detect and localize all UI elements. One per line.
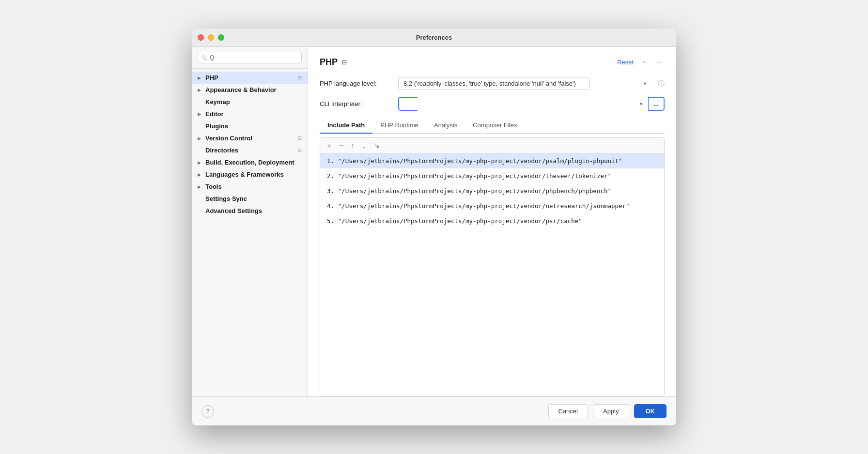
help-icon[interactable]: ⓘ <box>658 79 665 88</box>
sidebar-item-tools[interactable]: ▶ Tools <box>192 181 308 193</box>
title-icon: ⊟ <box>341 59 347 66</box>
sidebar-item-label: Settings Sync <box>205 195 247 202</box>
sidebar-item-label: Build, Execution, Deployment <box>205 159 294 166</box>
sort-button[interactable]: ↓a <box>372 141 381 150</box>
sidebar-item-directories[interactable]: Directories ⊟ <box>192 144 308 156</box>
main-header-actions: Reset ← → <box>617 57 665 67</box>
path-toolbar: + − ↑ ↓ ↓a <box>320 138 664 153</box>
arrow-icon: ▶ <box>198 88 202 92</box>
monitor-icon: ⊟ <box>297 135 302 141</box>
help-button[interactable]: ? <box>202 405 214 418</box>
sidebar-item-build[interactable]: ▶ Build, Execution, Deployment <box>192 156 308 168</box>
tab-composer-files[interactable]: Composer Files <box>465 118 525 134</box>
sidebar-item-appearance[interactable]: ▶ Appearance & Behavior <box>192 84 308 96</box>
nav-arrows: ← → <box>639 57 665 67</box>
tab-include-path[interactable]: Include Path <box>320 118 372 134</box>
window-title: Preferences <box>416 34 452 41</box>
sidebar-item-editor[interactable]: ▶ Editor <box>192 108 308 120</box>
reset-button[interactable]: Reset <box>617 59 634 66</box>
add-path-button[interactable]: + <box>325 141 333 150</box>
titlebar: Preferences <box>192 29 676 47</box>
apply-button[interactable]: Apply <box>593 404 629 418</box>
remove-path-button[interactable]: − <box>337 141 345 150</box>
main-title: PHP ⊟ <box>320 57 347 67</box>
arrow-icon: ▶ <box>198 112 202 117</box>
cli-select-wrapper <box>398 97 648 111</box>
path-item[interactable]: 3. "/Users/jetbrains/PhpstormProjects/my… <box>320 183 664 198</box>
sidebar-item-label: Advanced Settings <box>205 207 262 214</box>
cancel-button[interactable]: Cancel <box>548 404 588 418</box>
main-panel: PHP ⊟ Reset ← → PHP language level: 8.2 … <box>308 47 676 396</box>
cli-browse-button[interactable]: ... <box>648 97 665 111</box>
maximize-button[interactable] <box>218 34 224 41</box>
sidebar-item-languages[interactable]: ▶ Languages & Frameworks <box>192 168 308 181</box>
sidebar-item-label: Keymap <box>205 98 230 106</box>
ok-button[interactable]: OK <box>634 404 667 418</box>
sidebar-item-label: Editor <box>205 110 224 118</box>
arrow-icon: ▶ <box>198 136 202 141</box>
path-list: 1. "/Users/jetbrains/PhpstormProjects/my… <box>320 153 664 228</box>
php-language-level-row: PHP language level: 8.2 ('readonly' clas… <box>320 77 665 90</box>
sidebar-item-advanced-settings[interactable]: Advanced Settings <box>192 205 308 217</box>
monitor-icon: ⊟ <box>297 147 302 153</box>
cli-interpreter-label: CLI Interpreter: <box>320 100 392 107</box>
sidebar-item-keymap[interactable]: Keymap <box>192 96 308 108</box>
main-header: PHP ⊟ Reset ← → <box>320 57 665 67</box>
php-language-level-select-wrapper: 8.2 ('readonly' classes, 'true' type, st… <box>398 77 652 90</box>
minimize-button[interactable] <box>208 34 214 41</box>
sidebar-item-php[interactable]: ▶ PHP ⊟ <box>192 72 308 84</box>
sidebar-item-label: PHP <box>205 74 218 81</box>
page-title: PHP <box>320 57 338 67</box>
tab-content-area: + − ↑ ↓ ↓a 1. "/Users/jetbrains/Phpstorm… <box>320 134 665 396</box>
traffic-lights <box>198 34 224 41</box>
move-up-button[interactable]: ↑ <box>349 141 357 150</box>
search-wrapper <box>198 52 302 63</box>
php-language-level-select[interactable]: 8.2 ('readonly' classes, 'true' type, st… <box>398 77 590 90</box>
cli-interpreter-row: CLI Interpreter: ... <box>320 97 665 111</box>
path-item[interactable]: 4. "/Users/jetbrains/PhpstormProjects/my… <box>320 198 664 213</box>
path-item[interactable]: 5. "/Users/jetbrains/PhpstormProjects/my… <box>320 213 664 228</box>
cli-interpreter-select[interactable] <box>398 97 418 111</box>
forward-button[interactable]: → <box>653 57 665 67</box>
tabs-container: Include Path PHP Runtime Analysis Compos… <box>320 118 665 134</box>
sidebar-item-label: Directories <box>205 147 238 154</box>
sidebar-item-label: Version Control <box>205 135 252 142</box>
arrow-icon: ▶ <box>198 184 202 189</box>
footer: ? Cancel Apply OK <box>192 396 676 425</box>
sidebar-items: ▶ PHP ⊟ ▶ Appearance & Behavior Keymap ▶… <box>192 69 308 396</box>
path-item[interactable]: 2. "/Users/jetbrains/PhpstormProjects/my… <box>320 168 664 183</box>
search-input[interactable] <box>198 52 302 63</box>
sidebar: ▶ PHP ⊟ ▶ Appearance & Behavior Keymap ▶… <box>192 47 308 396</box>
back-button[interactable]: ← <box>639 57 651 67</box>
path-list-container: + − ↑ ↓ ↓a 1. "/Users/jetbrains/Phpstorm… <box>320 137 665 396</box>
arrow-icon: ▶ <box>198 160 202 165</box>
tab-php-runtime[interactable]: PHP Runtime <box>372 118 426 134</box>
preferences-window: Preferences ▶ PHP ⊟ ▶ Appearance & Beh <box>192 29 676 425</box>
sidebar-item-label: Appearance & Behavior <box>205 86 277 93</box>
sidebar-item-settings-sync[interactable]: Settings Sync <box>192 193 308 205</box>
sidebar-item-label: Plugins <box>205 122 228 130</box>
move-down-button[interactable]: ↓ <box>360 141 368 150</box>
sidebar-search-container <box>192 47 308 69</box>
cli-wrapper: ... <box>398 97 665 111</box>
path-item[interactable]: 1. "/Users/jetbrains/PhpstormProjects/my… <box>320 153 664 168</box>
arrow-icon: ▶ <box>198 172 202 177</box>
sidebar-item-plugins[interactable]: Plugins <box>192 120 308 132</box>
sidebar-item-label: Languages & Frameworks <box>205 171 284 178</box>
php-language-level-label: PHP language level: <box>320 80 392 87</box>
tab-analysis[interactable]: Analysis <box>426 118 465 134</box>
arrow-icon: ▶ <box>198 76 202 80</box>
sidebar-item-label: Tools <box>205 183 222 190</box>
close-button[interactable] <box>198 34 204 41</box>
content-area: ▶ PHP ⊟ ▶ Appearance & Behavior Keymap ▶… <box>192 47 676 396</box>
monitor-icon: ⊟ <box>297 75 302 81</box>
footer-actions: Cancel Apply OK <box>548 404 667 418</box>
sidebar-item-version-control[interactable]: ▶ Version Control ⊟ <box>192 132 308 144</box>
